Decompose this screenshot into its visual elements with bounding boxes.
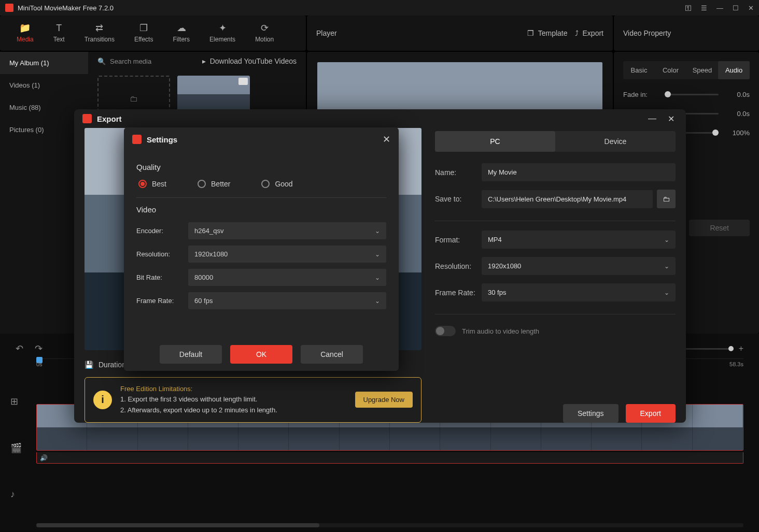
video-property-bar: Video Property bbox=[614, 16, 759, 51]
tool-effects-label: Effects bbox=[134, 36, 153, 43]
search-icon: 🔍 bbox=[97, 57, 106, 65]
volume-value: 100% bbox=[724, 129, 750, 137]
settings-dialog-logo bbox=[132, 135, 142, 144]
export-dialog-title: Export bbox=[97, 114, 640, 123]
add-track-icon[interactable]: ⊞ bbox=[10, 396, 22, 407]
trim-audio-toggle[interactable] bbox=[435, 326, 456, 336]
export-close-icon[interactable]: ✕ bbox=[665, 114, 678, 124]
format-value: MP4 bbox=[488, 236, 502, 243]
vp-tab-audio[interactable]: Audio bbox=[718, 61, 750, 79]
save-to-input[interactable] bbox=[482, 190, 653, 208]
quality-better-label: Better bbox=[211, 180, 230, 188]
tool-elements-label: Elements bbox=[209, 36, 235, 43]
menu-icon[interactable]: ☰ bbox=[701, 4, 707, 12]
resolution-label: Resolution: bbox=[435, 262, 482, 270]
set-resolution-label: Resolution: bbox=[136, 250, 188, 258]
chevron-down-icon: ⌄ bbox=[664, 236, 669, 243]
minimize-icon[interactable]: — bbox=[716, 4, 723, 12]
frame-rate-value: 30 fps bbox=[488, 289, 506, 296]
quality-best[interactable]: Best bbox=[138, 180, 166, 188]
vp-tab-speed[interactable]: Speed bbox=[686, 61, 718, 79]
set-resolution-select[interactable]: 1920x1080⌄ bbox=[188, 246, 386, 263]
template-label: Template bbox=[538, 29, 568, 37]
resolution-select[interactable]: 1920x1080⌄ bbox=[482, 257, 676, 275]
name-label: Name: bbox=[435, 168, 482, 177]
undo-icon[interactable]: ↶ bbox=[16, 343, 23, 354]
vp-tab-basic[interactable]: Basic bbox=[623, 61, 655, 79]
titlebar: MiniTool MovieMaker Free 7.2.0 ⚿ ☰ — ☐ ✕ bbox=[0, 0, 759, 16]
frame-rate-select[interactable]: 30 fps⌄ bbox=[482, 283, 676, 301]
ok-button[interactable]: OK bbox=[230, 345, 292, 364]
name-input[interactable] bbox=[482, 163, 676, 181]
quality-better[interactable]: Better bbox=[198, 180, 230, 188]
audio-track[interactable]: 🔊 bbox=[36, 452, 743, 464]
maximize-icon[interactable]: ☐ bbox=[733, 4, 739, 12]
encoder-select[interactable]: h264_qsv⌄ bbox=[188, 222, 386, 239]
search-input[interactable]: 🔍Search media bbox=[97, 57, 202, 65]
quality-good[interactable]: Good bbox=[261, 180, 292, 188]
sidebar-item-videos[interactable]: Videos (1) bbox=[0, 74, 88, 96]
save-icon: 💾 bbox=[85, 361, 93, 369]
bitrate-select[interactable]: 80000⌄ bbox=[188, 269, 386, 286]
quality-good-label: Good bbox=[275, 180, 292, 188]
export-minimize-icon[interactable]: — bbox=[645, 114, 659, 123]
tool-transitions-label: Transitions bbox=[85, 36, 115, 43]
chevron-down-icon: ⌄ bbox=[664, 263, 669, 270]
sidebar-item-album[interactable]: My Album (1) bbox=[0, 52, 88, 74]
set-framerate-value: 60 fps bbox=[194, 297, 213, 305]
redo-icon[interactable]: ↷ bbox=[35, 343, 43, 354]
search-placeholder: Search media bbox=[110, 57, 151, 65]
tool-text-label: Text bbox=[53, 36, 65, 43]
video-heading: Video bbox=[136, 205, 386, 214]
seg-pc[interactable]: PC bbox=[435, 131, 555, 152]
tool-text[interactable]: TText bbox=[44, 19, 74, 47]
tool-transitions[interactable]: ⇄Transitions bbox=[75, 19, 124, 47]
player-title: Player bbox=[316, 29, 520, 37]
template-button[interactable]: ❒Template bbox=[527, 29, 568, 37]
settings-dialog-title: Settings bbox=[147, 135, 377, 144]
vp-tabs: Basic Color Speed Audio bbox=[623, 61, 750, 79]
zoom-in-icon[interactable]: + bbox=[739, 344, 743, 353]
seg-device[interactable]: Device bbox=[555, 131, 676, 152]
tool-media[interactable]: 📁Media bbox=[7, 19, 43, 47]
folder-icon: 🗀 bbox=[663, 195, 670, 203]
export-confirm-button[interactable]: Export bbox=[626, 404, 676, 423]
tool-filters[interactable]: ☁Filters bbox=[163, 19, 199, 47]
ruler-start: 0s bbox=[36, 361, 43, 367]
close-icon[interactable]: ✕ bbox=[748, 4, 754, 12]
fade-in-value: 0.0s bbox=[724, 91, 750, 98]
tool-motion[interactable]: ⟳Motion bbox=[246, 19, 283, 47]
default-button[interactable]: Default bbox=[160, 345, 222, 364]
info-icon: i bbox=[93, 391, 112, 409]
timeline-scrollbar[interactable] bbox=[36, 523, 743, 527]
vp-tab-color[interactable]: Color bbox=[655, 61, 686, 79]
resolution-value: 1920x1080 bbox=[488, 262, 521, 270]
format-select[interactable]: MP4⌄ bbox=[482, 231, 676, 249]
format-label: Format: bbox=[435, 236, 482, 244]
encoder-label: Encoder: bbox=[136, 227, 188, 235]
bitrate-label: Bit Rate: bbox=[136, 274, 188, 281]
reset-button[interactable]: Reset bbox=[689, 220, 750, 236]
radio-icon bbox=[261, 180, 270, 188]
cancel-button[interactable]: Cancel bbox=[301, 345, 363, 364]
settings-button[interactable]: Settings bbox=[563, 404, 619, 423]
download-youtube-button[interactable]: ▸Download YouTube Videos bbox=[202, 57, 297, 65]
fade-in-slider[interactable] bbox=[665, 94, 719, 95]
settings-close-icon[interactable]: ✕ bbox=[383, 134, 390, 145]
upgrade-button[interactable]: Upgrade Now bbox=[355, 392, 413, 408]
chevron-down-icon: ⌄ bbox=[375, 251, 380, 258]
fade-in-label: Fade in: bbox=[623, 91, 659, 98]
transition-icon: ⇄ bbox=[94, 23, 105, 33]
tool-effects[interactable]: ❐Effects bbox=[125, 19, 162, 47]
encoder-value: h264_qsv bbox=[194, 227, 223, 235]
video-track-icon: 🎬 bbox=[10, 442, 22, 454]
save-to-label: Save to: bbox=[435, 195, 482, 203]
export-button[interactable]: ⤴Export bbox=[575, 29, 603, 37]
browse-button[interactable]: 🗀 bbox=[657, 190, 676, 208]
camera-icon bbox=[238, 78, 248, 85]
fade-out-value: 0.0s bbox=[724, 110, 750, 118]
download-youtube-label: Download YouTube Videos bbox=[210, 57, 297, 65]
set-framerate-select[interactable]: 60 fps⌄ bbox=[188, 292, 386, 309]
key-icon[interactable]: ⚿ bbox=[685, 4, 692, 12]
tool-elements[interactable]: ✦Elements bbox=[200, 19, 245, 47]
